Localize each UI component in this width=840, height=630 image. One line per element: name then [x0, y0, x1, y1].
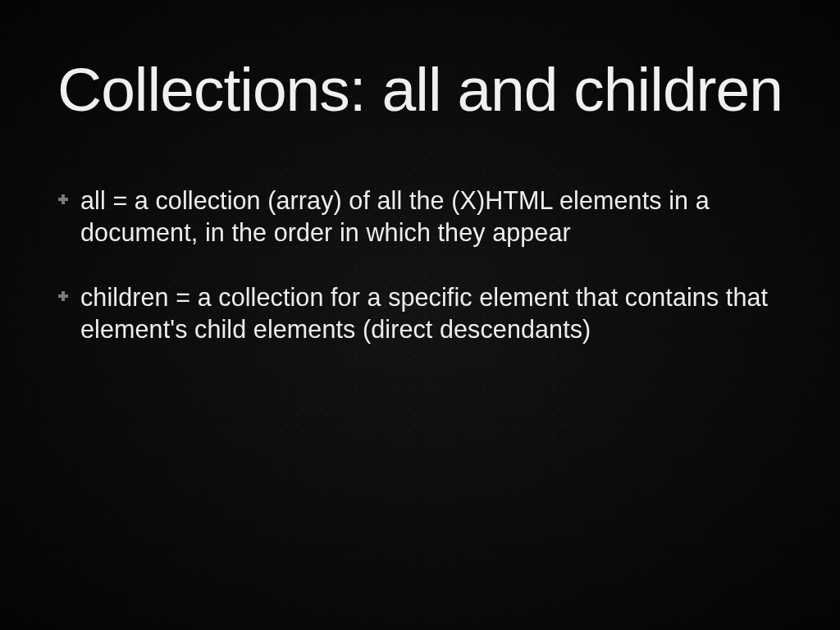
- slide: Collections: all and children all = a co…: [0, 0, 840, 630]
- bullet-icon: [57, 290, 69, 302]
- bullet-text: all = a collection (array) of all the (X…: [80, 186, 710, 246]
- bullet-item: all = a collection (array) of all the (X…: [80, 185, 783, 249]
- bullet-item: children = a collection for a specific e…: [80, 281, 783, 345]
- bullet-list: all = a collection (array) of all the (X…: [57, 185, 783, 345]
- slide-title: Collections: all and children: [57, 59, 783, 121]
- bullet-icon: [57, 194, 69, 205]
- bullet-text: children = a collection for a specific e…: [80, 283, 768, 343]
